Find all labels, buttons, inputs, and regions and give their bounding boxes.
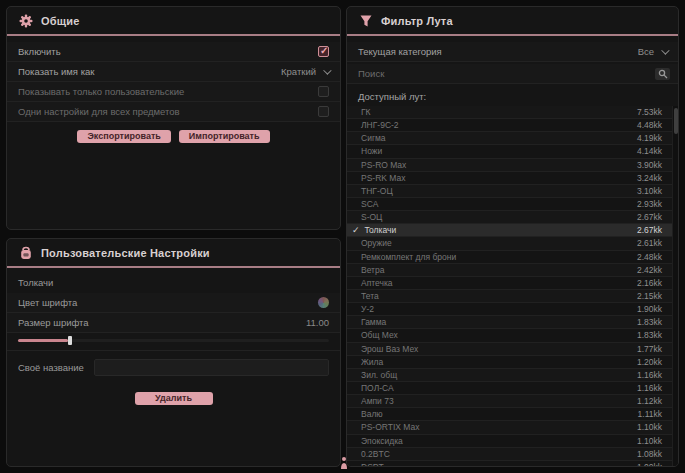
font-size-slider[interactable] [7, 333, 340, 351]
loot-name: PS-RO Max [361, 160, 406, 170]
category-value: Все [638, 46, 654, 57]
window-grip-icon[interactable] [339, 456, 349, 470]
loot-value: 3.90kk [637, 160, 662, 170]
backpack-icon [19, 246, 33, 260]
loot-row[interactable]: ✓Эпоксидка 1.10kk [347, 435, 672, 448]
same-settings-checkbox[interactable] [318, 106, 329, 117]
loot-row[interactable]: ✓Ремкомплект для брони 2.48kk [347, 251, 672, 264]
only-custom-label: Показывать только пользовательские [18, 86, 184, 97]
loot-value: 1.83kk [637, 317, 662, 327]
loot-row[interactable]: ✓Общ Мех 1.83kk [347, 329, 672, 342]
loot-value: 1.12kk [637, 396, 662, 406]
loot-name: S-ОЦ [361, 212, 382, 222]
loot-name: Ампи 73 [361, 396, 394, 406]
loot-name: Сигма [361, 133, 386, 143]
loot-name: PS-RK Max [361, 173, 405, 183]
loot-row[interactable]: ✓Эрош Ваз Мех 1.77kk [347, 343, 672, 356]
color-picker-icon[interactable] [318, 297, 329, 308]
general-panel: Общие Включить Показать имя как Краткий … [6, 6, 341, 230]
funnel-icon [359, 14, 373, 28]
loot-row[interactable]: ✓ГК 7.53kk [347, 106, 672, 119]
loot-row[interactable]: ✓PS-RK Max 3.24kk [347, 172, 672, 185]
loot-value: 2.61kk [637, 238, 662, 248]
loot-name: Зил. общ [361, 370, 397, 380]
loot-value: 2.16kk [637, 278, 662, 288]
loot-value: 1.90kk [637, 304, 662, 314]
selected-group-label: Толкачи [7, 268, 340, 293]
loot-name: Ремкомплект для брони [361, 252, 456, 262]
loot-name: ГК [361, 107, 371, 117]
delete-row: Удалить [7, 392, 340, 405]
import-button[interactable]: Импортировать [179, 130, 270, 143]
loot-row[interactable]: ✓Валю 1.11kk [347, 408, 672, 421]
slider-track[interactable] [18, 339, 329, 342]
enable-checkbox[interactable] [318, 46, 329, 57]
category-row: Текущая категория Все [347, 42, 678, 62]
search-input[interactable] [358, 68, 649, 79]
loot-name: Эрош Ваз Мех [361, 344, 418, 354]
loot-value: 3.10kk [637, 186, 662, 196]
loot-name: Ножи [361, 146, 382, 156]
loot-name: Общ Мех [361, 330, 398, 340]
loot-name: Эпоксидка [361, 436, 403, 446]
font-color-row[interactable]: Цвет шрифта [7, 293, 340, 313]
custom-name-input[interactable] [94, 359, 329, 376]
loot-value: 1.20kk [637, 357, 662, 367]
loot-row[interactable]: ✓0.2BTC 1.08kk [347, 448, 672, 461]
delete-button[interactable]: Удалить [135, 392, 213, 405]
loot-row[interactable]: ✓Ветра 2.42kk [347, 264, 672, 277]
scrollbar-thumb[interactable] [674, 108, 678, 134]
loot-row[interactable]: ✓SCA 2.93kk [347, 198, 672, 211]
loot-name: Толкачи [365, 225, 397, 235]
slider-thumb[interactable] [68, 336, 72, 345]
loot-value: 7.53kk [637, 107, 662, 117]
loot-row[interactable]: ✓Ножи 4.14kk [347, 145, 672, 158]
loot-row[interactable]: ✓Тета 2.15kk [347, 290, 672, 303]
custom-name-label: Своё название [18, 362, 84, 373]
loot-row[interactable]: ✓У-2 1.90kk [347, 303, 672, 316]
general-rows: Включить Показать имя как Краткий Показы… [7, 36, 340, 122]
loot-row[interactable]: ✓DSPT 1.00kk [347, 461, 672, 467]
loot-name: Аптечка [361, 278, 393, 288]
chevron-down-icon [661, 46, 669, 54]
only-custom-checkbox[interactable] [318, 86, 329, 97]
loot-row[interactable]: ✓Зил. общ 1.16kk [347, 369, 672, 382]
loot-row[interactable]: ✓Гамма 1.83kk [347, 316, 672, 329]
export-button[interactable]: Экспортировать [77, 130, 170, 143]
name-mode-select[interactable]: Краткий [281, 66, 329, 77]
loot-row[interactable]: ✓Аптечка 2.16kk [347, 277, 672, 290]
loot-row[interactable]: ✓Оружие 2.61kk [347, 237, 672, 250]
loot-row[interactable]: ✓Жила 1.20kk [347, 356, 672, 369]
loot-name: 0.2BTC [361, 449, 390, 459]
search-icon[interactable] [655, 68, 670, 80]
category-select[interactable]: Все [638, 46, 667, 57]
loot-name: У-2 [361, 304, 374, 314]
loot-row[interactable]: ✓PS-ORTIX Max 1.10kk [347, 421, 672, 434]
gear-icon [19, 14, 33, 28]
search-row [347, 64, 678, 84]
loot-value: 1.00kk [637, 462, 662, 467]
loot-row[interactable]: ✓ЛНГ-9С-2 4.48kk [347, 119, 672, 132]
slider-fill [18, 339, 68, 342]
right-column: Фильтр Лута Текущая категория Все [346, 6, 679, 467]
loot-value: 1.83kk [637, 330, 662, 340]
loot-row[interactable]: ✓PS-RO Max 3.90kk [347, 159, 672, 172]
loot-row[interactable]: ✓Сигма 4.19kk [347, 132, 672, 145]
loot-filter-panel: Фильтр Лута Текущая категория Все [346, 6, 679, 467]
loot-list: ✓ГК 7.53kk ✓ЛНГ-9С-2 4.48kk ✓Сигма 4.19k… [347, 106, 672, 467]
loot-row[interactable]: ✓ПОЛ-СА 1.16kk [347, 382, 672, 395]
name-mode-value: Краткий [281, 66, 316, 77]
loot-row[interactable]: ✓S-ОЦ 2.67kk [347, 211, 672, 224]
loot-list-wrap: ✓ГК 7.53kk ✓ЛНГ-9С-2 4.48kk ✓Сигма 4.19k… [347, 106, 678, 467]
loot-row[interactable]: ✓Ампи 73 1.12kk [347, 395, 672, 408]
loot-name: ЛНГ-9С-2 [361, 120, 399, 130]
loot-name: SCA [361, 199, 378, 209]
loot-row[interactable]: ✓ТНГ-ОЦ 3.10kk [347, 185, 672, 198]
loot-name: Оружие [361, 238, 392, 248]
loot-name: Жила [361, 357, 383, 367]
loot-row[interactable]: ✓Толкачи 2.67kk [347, 224, 672, 237]
loot-scrollbar[interactable] [672, 106, 678, 467]
loot-name: Тета [361, 291, 379, 301]
loot-value: 4.14kk [637, 146, 662, 156]
loot-value: 2.42kk [637, 265, 662, 275]
